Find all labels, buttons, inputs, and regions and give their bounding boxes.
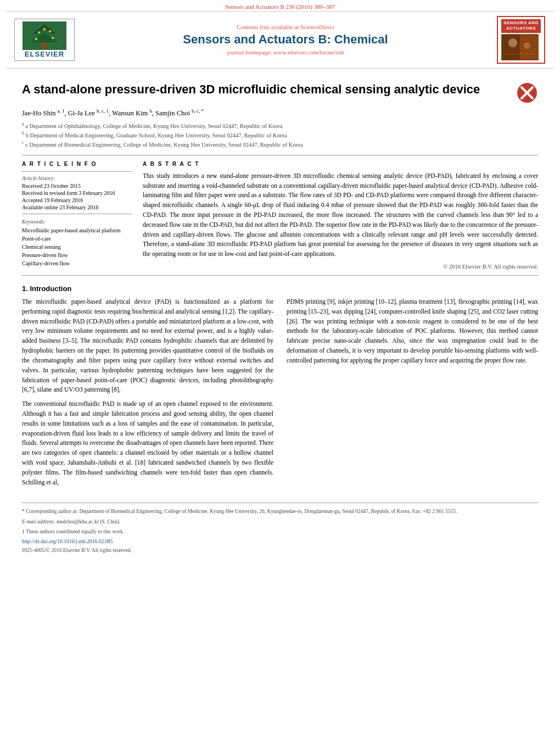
abstract-title: A B S T R A C T <box>143 161 538 167</box>
keywords-label: Keywords: <box>22 219 132 225</box>
elsevier-brand-text: ELSEVIER <box>25 50 64 58</box>
intro-col-right-text: PDMS printing [9], inkjet printing [10–1… <box>287 297 538 366</box>
footer-area: * Corresponding author at: Department of… <box>22 503 538 553</box>
affiliation-b: b b Department of Medical Engineering, G… <box>22 130 538 140</box>
sensors-logo-image <box>502 35 538 60</box>
issn-line: 0925-4005/© 2016 Elsevier B.V. All right… <box>22 548 538 553</box>
affiliation-c: c c Department of Biomedical Engineering… <box>22 140 538 149</box>
available-date: Available online 23 February 2016 <box>22 204 132 210</box>
received-revised-date: Received in revised form 3 February 2016 <box>22 190 132 196</box>
keyword-4: Pressure-driven flow <box>22 251 132 259</box>
article-title: A stand-alone pressure-driven 3D microfl… <box>22 82 511 98</box>
journal-ref-text: Sensors and Actuators B 230 (2016) 380–3… <box>225 3 335 10</box>
svg-point-13 <box>524 42 530 49</box>
svg-point-8 <box>52 37 54 39</box>
abstract-text: This study introduces a new stand-alone … <box>143 171 538 259</box>
intro-col-left: The microfluidic paper-based analytical … <box>22 297 273 492</box>
svg-point-5 <box>38 31 40 34</box>
intro-body-columns: The microfluidic paper-based analytical … <box>22 297 538 492</box>
keyword-5: Capillary-driven flow <box>22 259 132 267</box>
journal-homepage: journal homepage: www.elsevier.com/locat… <box>80 49 491 55</box>
section-divider-2 <box>22 275 538 276</box>
accepted-date: Accepted 19 February 2016 <box>22 197 132 203</box>
svg-point-9 <box>43 28 46 30</box>
affiliations: a a Department of Ophthalmology, College… <box>22 121 538 149</box>
crossmark-icon <box>516 82 538 104</box>
article-info-title: A R T I C L E I N F O <box>22 161 132 167</box>
journal-name: Sensors and Actuators B: Chemical <box>80 32 491 47</box>
svg-rect-1 <box>42 42 47 49</box>
keyword-3: Chemical sensing <box>22 243 132 251</box>
affiliation-a: a a Department of Ophthalmology, College… <box>22 121 538 130</box>
sensors-actuators-logo: SENSORS ANDACTUATORS <box>496 16 546 64</box>
intro-col-left-text: The microfluidic paper-based analytical … <box>22 297 273 487</box>
keywords-section: Keywords: Microfluidic paper-based analy… <box>22 219 132 267</box>
svg-point-6 <box>49 30 51 32</box>
svg-point-7 <box>35 38 37 40</box>
intro-section-title: 1. Introduction <box>22 284 538 293</box>
journal-header: ELSEVIER Contents lists available at Sci… <box>5 11 555 69</box>
info-divider-2 <box>22 214 132 214</box>
history-label: Article history: <box>22 175 132 181</box>
intro-col-right: PDMS printing [9], inkjet printing [10–1… <box>287 297 538 492</box>
elsevier-logo: ELSEVIER <box>14 19 75 61</box>
footnote-1: 1 These authors contributed equally to t… <box>22 528 538 535</box>
copyright-line: © 2016 Elsevier B.V. All rights reserved… <box>143 264 538 270</box>
journal-title-center: Contents lists available at ScienceDirec… <box>75 24 496 55</box>
article-title-section: A stand-alone pressure-driven 3D microfl… <box>22 82 538 104</box>
received-date: Received 23 October 2015 <box>22 183 132 189</box>
doi-link: http://dx.doi.org/10.1016/j.snb.2016.02.… <box>22 538 538 545</box>
keyword-2: Point-of-care <box>22 235 132 243</box>
doi-text: http://dx.doi.org/10.1016/j.snb.2016.02.… <box>22 539 113 544</box>
section-divider-1 <box>22 155 538 155</box>
abstract-section: A B S T R A C T This study introduces a … <box>143 161 538 270</box>
svg-rect-11 <box>502 35 520 60</box>
email-label: E-mail address: <box>22 519 55 525</box>
article-content: A stand-alone pressure-driven 3D microfl… <box>0 69 560 559</box>
authors-line: Jae-Ho Shin a, 1, Gi-Ja Lee b, c, 1, Wan… <box>22 108 538 118</box>
info-abstract-section: A R T I C L E I N F O Article history: R… <box>22 161 538 270</box>
footnote-star: * Corresponding author at: Department of… <box>22 507 538 515</box>
info-divider-1 <box>22 171 132 172</box>
sciencedirect-text: Contents lists available at ScienceDirec… <box>80 24 491 30</box>
email-value: medchoi@khu.ac.kr (S. Choi). <box>57 519 120 525</box>
sensors-logo-box: SENSORS ANDACTUATORS <box>497 16 545 64</box>
elsevier-tree-icon <box>23 21 66 50</box>
footnote-email: E-mail address: medchoi@khu.ac.kr (S. Ch… <box>22 518 538 526</box>
body-content: 1. Introduction The microfluidic paper-b… <box>22 284 538 492</box>
article-info-panel: A R T I C L E I N F O Article history: R… <box>22 161 132 270</box>
journal-reference: Sensors and Actuators B 230 (2016) 380–3… <box>0 0 560 11</box>
svg-point-12 <box>508 38 517 47</box>
keyword-1: Microfluidic paper-based analytical plat… <box>22 226 132 235</box>
